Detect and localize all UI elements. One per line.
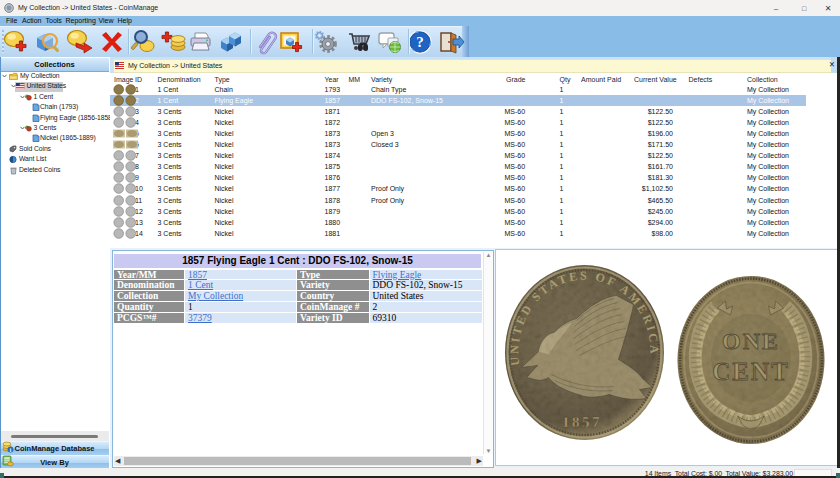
svg-text:?: ? (416, 34, 424, 50)
